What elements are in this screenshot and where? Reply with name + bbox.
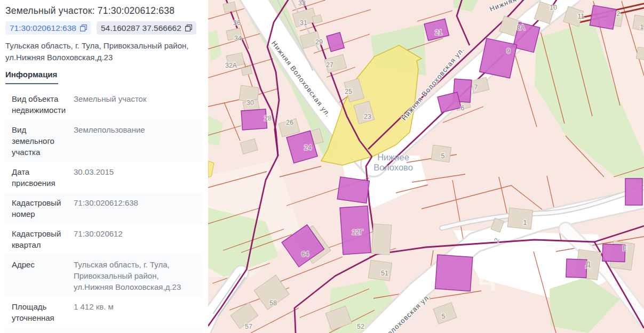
parcel-label: 8А	[516, 24, 525, 31]
info-rows: Вид объекта недвижимостиЗемельный участо…	[4, 89, 205, 333]
info-row-value: Тульская область, г. Тула, Привокзальный…	[74, 259, 200, 293]
parcel-label: 34	[234, 35, 242, 42]
parcel-label: 28	[264, 115, 272, 122]
parcel-label: 1	[640, 23, 644, 31]
copy-icon	[80, 25, 87, 31]
info-row-value: 30.03.2015	[74, 166, 200, 189]
cadastral-viewer: Земельный участок: 71:30:020612:638 71:3…	[0, 0, 644, 333]
info-row-value: 71:30:020612	[74, 228, 200, 250]
info-row: Площадь уточненная1 412 кв. м	[4, 297, 203, 328]
parcel-label: 24	[304, 144, 312, 151]
parcel-label: 1	[523, 219, 527, 226]
parcel-label: 29	[315, 38, 323, 46]
info-panel: Земельный участок: 71:30:020612:638 71:3…	[0, 0, 208, 333]
info-row-label: Вид объекта недвижимости	[12, 93, 65, 116]
info-row: Кадастровый квартал71:30:020612	[4, 224, 203, 255]
object-address: Тульская область, г. Тула, Привокзальный…	[5, 40, 193, 63]
parcel-label: 11	[578, 13, 585, 20]
info-row: АдресТульская область, г. Тула, Привокза…	[4, 255, 203, 297]
place-label: Волохово	[373, 163, 413, 172]
parcel-label: 64	[301, 250, 309, 258]
info-row-label: Кадастровый квартал	[12, 228, 65, 250]
copy-coordinates-button[interactable]	[185, 25, 192, 31]
copy-cadastral-button[interactable]	[80, 25, 87, 31]
parcel-label: 5	[441, 152, 445, 160]
info-row-label: Адрес	[12, 259, 65, 293]
parcel-label: 23	[364, 113, 371, 120]
watermark: циан	[477, 259, 563, 291]
cadastral-number-link[interactable]: 71:30:020612:638	[5, 21, 91, 35]
info-row-value: 71:30:020612:638	[74, 197, 200, 220]
info-row-value: Землепользование	[74, 124, 200, 158]
parcel-label: 32А	[225, 62, 237, 69]
parcel-label: 6	[461, 104, 465, 112]
parcel-label: 57	[245, 323, 252, 330]
page-title: Земельный участок: 71:30:020612:638	[5, 5, 205, 17]
map[interactable]: 333129272523363432А30282624218А976510112…	[208, 0, 644, 333]
parcel-label: 2	[617, 10, 621, 18]
info-row: Вид земельного участкаЗемлепользование	[4, 120, 203, 162]
coordinates-chip[interactable]: 54.160287 37.566662	[97, 21, 196, 35]
parcel-label: 27	[326, 61, 333, 69]
parcel-label: 22Г	[352, 229, 363, 236]
parcel-label: Д	[586, 261, 591, 268]
parcel-label: 26	[286, 119, 293, 126]
parcel-label: 25	[345, 88, 352, 95]
tab-information[interactable]: Информация	[5, 69, 58, 84]
info-row: Дата присвоения30.03.2015	[4, 162, 203, 193]
parcel-label: 52	[357, 323, 364, 330]
parcel-label: 10	[550, 4, 557, 11]
copy-icon	[185, 25, 192, 31]
chips-row: 71:30:020612:638 54.160287 37.566662	[5, 21, 205, 35]
cadastral-number-text: 71:30:020612:638	[10, 23, 76, 33]
parcel-label: 36	[233, 19, 241, 27]
parcel-label: 7	[474, 84, 478, 91]
info-row-label: Площадь уточненная	[12, 301, 65, 323]
parcel-label: Е	[623, 245, 627, 252]
info-row-label: Вид земельного участка	[12, 124, 65, 158]
info-row: Вид объекта недвижимостиЗемельный участо…	[4, 89, 203, 120]
info-row: СтатусУчтенный	[4, 328, 203, 333]
coordinates-text: 54.160287 37.566662	[101, 23, 181, 33]
parcel-label: 5	[442, 313, 446, 320]
parcel-label: 30	[247, 99, 254, 107]
place-label: Нижнее	[377, 152, 409, 162]
parcel-label: 9	[507, 47, 511, 55]
info-row-value: Земельный участок	[74, 93, 200, 116]
parcel-label: 21	[435, 29, 442, 36]
parcel-label: 31	[300, 19, 307, 27]
parcel-label: 51	[381, 270, 388, 277]
parcel-label: 33	[298, 0, 306, 7]
info-row-value: 1 412 кв. м	[74, 301, 200, 323]
info-row-label: Кадастровый номер	[12, 197, 65, 220]
map-canvas: 333129272523363432А30282624218А976510112…	[208, 0, 644, 333]
parcel-label: 58	[269, 299, 277, 307]
info-row: Кадастровый номер71:30:020612:638	[4, 193, 203, 224]
info-row-label: Дата присвоения	[12, 166, 65, 189]
